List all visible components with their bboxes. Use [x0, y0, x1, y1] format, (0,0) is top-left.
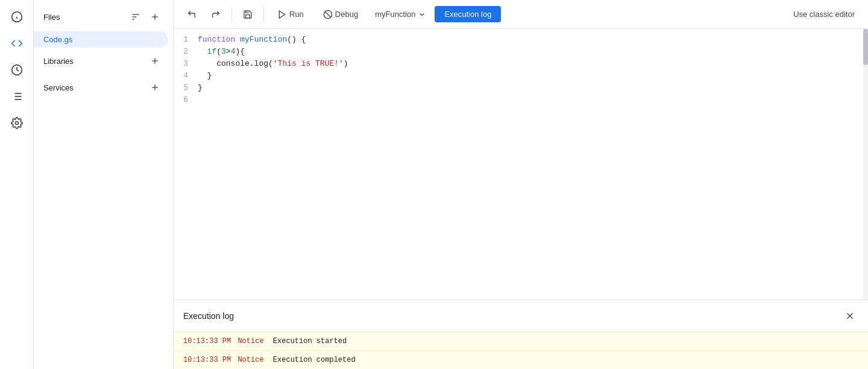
function-selector[interactable]: myFunction [369, 6, 432, 22]
control-token: if [207, 47, 217, 56]
files-actions [127, 8, 163, 25]
log-message: Execution started [269, 337, 347, 345]
libraries-label: Libraries [43, 57, 74, 66]
clock-icon-btn[interactable] [5, 58, 29, 82]
add-library-button[interactable] [146, 52, 163, 69]
redo-button[interactable] [205, 6, 227, 23]
sort-files-button[interactable] [127, 8, 144, 25]
execution-log-button[interactable]: Execution log [435, 6, 501, 22]
icon-bar [0, 0, 34, 369]
classic-editor-link[interactable]: Use classic editor [787, 6, 861, 22]
info-icon-btn[interactable] [5, 5, 29, 29]
save-button[interactable] [237, 6, 259, 23]
line-number: 4 [174, 70, 198, 82]
line-number: 1 [174, 34, 198, 46]
code-line: 2 if(3>4){ [174, 46, 868, 58]
services-section[interactable]: Services [34, 74, 173, 101]
svg-point-10 [15, 122, 18, 125]
code-editor[interactable]: 1function myFunction() {2 if(3>4){3 cons… [174, 29, 868, 300]
files-section-header: Files [34, 0, 173, 31]
exec-log-entry: 10:13:33 PM Notice Execution completed [174, 351, 868, 369]
log-time: 10:13:33 PM [183, 356, 231, 364]
keyword-token: function [198, 35, 235, 44]
toolbar-divider-2 [263, 7, 264, 22]
code-line: 6 [174, 94, 868, 106]
plain-token: ){ [235, 47, 245, 56]
log-level: Notice [233, 337, 263, 345]
services-label: Services [43, 83, 74, 92]
log-time: 10:13:33 PM [183, 337, 231, 345]
plain-token: console.log( [198, 59, 273, 68]
line-number: 2 [174, 46, 198, 58]
log-level: Notice [233, 356, 263, 364]
svg-marker-20 [279, 11, 285, 18]
line-number: 6 [174, 94, 198, 106]
exec-log-label: Execution log [444, 10, 491, 19]
line-content[interactable]: } [198, 82, 868, 94]
editor-area: 1function myFunction() {2 if(3>4){3 cons… [174, 29, 868, 300]
undo-button[interactable] [181, 6, 203, 23]
settings-icon-btn[interactable] [5, 111, 29, 135]
execution-log-panel: Execution log 10:13:33 PM Notice Executi… [174, 300, 868, 369]
function-name-token: myFunction [240, 35, 287, 44]
file-name: Code.gs [43, 35, 72, 44]
code-line: 5} [174, 82, 868, 94]
toolbar-divider-1 [231, 7, 232, 22]
trigger-icon-btn[interactable] [5, 84, 29, 109]
exec-log-entry: 10:13:33 PM Notice Execution started [174, 332, 868, 351]
function-name: myFunction [375, 10, 415, 19]
string-token: 'This is TRUE!' [273, 59, 344, 68]
plain-token: } [198, 71, 212, 80]
debug-button[interactable]: Debug [315, 6, 366, 23]
scrollbar-thumb[interactable] [863, 29, 868, 65]
number-token: 3 [221, 47, 226, 56]
exec-log-header: Execution log [174, 300, 868, 332]
debug-label: Debug [335, 10, 358, 19]
file-item-code-gs[interactable]: Code.gs [34, 31, 168, 48]
plain-token: ) [344, 59, 348, 68]
code-line: 1function myFunction() { [174, 34, 868, 46]
run-label: Run [289, 10, 304, 19]
code-line: 3 console.log('This is TRUE!') [174, 58, 868, 70]
svg-line-22 [325, 11, 330, 17]
line-content[interactable]: } [198, 70, 868, 82]
line-content[interactable]: if(3>4){ [198, 46, 868, 58]
line-content[interactable]: console.log('This is TRUE!') [198, 58, 868, 70]
sidebar: Files Code.gs Libraries Services [34, 0, 174, 369]
exec-log-entries: 10:13:33 PM Notice Execution started10:1… [174, 332, 868, 369]
add-file-button[interactable] [146, 8, 163, 25]
plain-token: () { [287, 35, 306, 44]
libraries-section[interactable]: Libraries [34, 48, 173, 74]
scrollbar-track[interactable] [863, 29, 868, 300]
plain-token: ( [216, 47, 221, 56]
log-message: Execution completed [269, 356, 356, 364]
add-service-button[interactable] [146, 79, 163, 96]
exec-log-title: Execution log [183, 311, 234, 321]
plain-token [198, 47, 207, 56]
exec-log-close-button[interactable] [841, 308, 858, 324]
toolbar: Run Debug myFunction Execution log Use c… [174, 0, 868, 29]
files-label: Files [43, 13, 60, 22]
plain-token: > [226, 47, 231, 56]
line-number: 5 [174, 82, 198, 94]
line-content[interactable]: function myFunction() { [198, 34, 868, 46]
run-button[interactable]: Run [269, 6, 312, 23]
code-icon-btn[interactable] [5, 31, 29, 55]
main-area: Run Debug myFunction Execution log Use c… [174, 0, 868, 369]
code-line: 4 } [174, 70, 868, 82]
line-number: 3 [174, 58, 198, 70]
plain-token: } [198, 83, 203, 92]
